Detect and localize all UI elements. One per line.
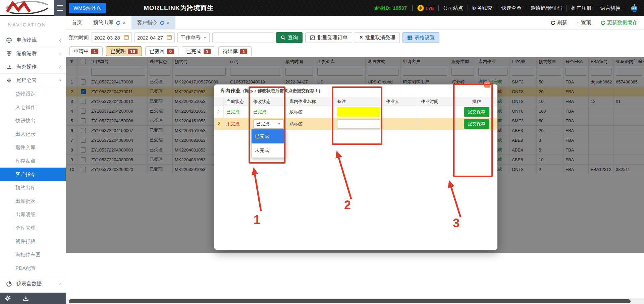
tab-close-icon[interactable]: ×	[123, 20, 126, 25]
worker	[383, 106, 418, 118]
refresh-icon	[550, 20, 555, 25]
tab-refresh-icon[interactable]	[160, 20, 164, 25]
sidebar-footer	[0, 293, 66, 304]
package-icon	[6, 77, 12, 83]
sidebar-item[interactable]: 货物跟踪	[0, 87, 66, 101]
status-tab[interactable]: 已完成 1	[182, 46, 215, 56]
tab-actions: 刷新 ↑ 置顶 更新数据缓存	[550, 16, 644, 29]
sidebar-item[interactable]: 出库批次	[0, 194, 66, 208]
search-button[interactable]: 查询	[276, 32, 303, 43]
status-tab[interactable]: 申请中 1	[69, 46, 103, 56]
sidebar-group-label: 海外操作	[16, 64, 37, 70]
sidebar-group-warehouse[interactable]: 尾程仓管 ‹	[0, 74, 66, 87]
modal-row-number: 1	[214, 106, 224, 118]
status-tab[interactable]: 已驳回 0	[145, 46, 178, 56]
sidebar-item[interactable]: 退件入库	[0, 141, 66, 154]
job-name: 贴标签	[287, 118, 334, 130]
modal-column-header: 当前状态	[224, 97, 251, 106]
tab-close-icon[interactable]: ×	[167, 20, 170, 25]
menu-item[interactable]: 财务账套	[468, 5, 497, 11]
settings-gear-icon[interactable]	[5, 295, 11, 301]
sidebar-item[interactable]: 快进快出	[0, 114, 66, 127]
update-cache-button[interactable]: 更新数据缓存	[600, 19, 637, 26]
company-id-label: 企业ID:	[374, 5, 391, 11]
tabs: 首页 预约出库 × 客户指令 ×	[66, 16, 175, 29]
batch-cancel-button[interactable]: × 批量取消受理	[355, 32, 400, 43]
pin-top-button[interactable]: ↑ 置顶	[577, 19, 591, 26]
search-field-select[interactable]: 工作单号 ▼	[177, 32, 210, 43]
note-input[interactable]	[337, 119, 380, 129]
sidebar-subitems: 货物跟踪入仓操作快进快出出入记录退件入库库存盘点客户指令预约出库出库批次出库明细…	[0, 87, 66, 275]
sidebar-item[interactable]: 海柜停车图	[0, 248, 66, 261]
chevron-left-icon: ‹	[59, 51, 61, 56]
sidebar-item[interactable]: 仓库管理	[0, 221, 66, 235]
menu-item[interactable]: 公司站点	[439, 5, 468, 11]
notification-count: 176	[425, 5, 434, 11]
status-tab[interactable]: 已受理 10	[106, 46, 142, 56]
sidebar-group-ecommerce[interactable]: 电商物流 ‹	[0, 34, 66, 47]
worker	[383, 118, 418, 130]
job-time	[418, 106, 456, 118]
submit-save-button[interactable]: 提交保存	[464, 119, 489, 129]
sidebar: NAVIGATION 电商物流 ‹ 港前港后 ‹ 海外操作 ‹	[0, 16, 66, 304]
modal-header-row: 当前状态 修改状态 库内作业名称 备注 作业人 作业时间 操作	[214, 97, 497, 106]
scrollbar-thumb[interactable]	[69, 299, 631, 303]
cubes-icon	[6, 51, 12, 57]
menu-item[interactable]: 快速查单	[497, 5, 526, 11]
tab-label: 首页	[72, 19, 82, 26]
sidebar-item[interactable]: 预约出库	[0, 181, 66, 194]
pie-chart-icon	[6, 281, 12, 287]
dropdown-option[interactable]: 未完成	[252, 143, 285, 158]
menu-item[interactable]: 邀请码/验证码	[526, 5, 567, 11]
notification-button[interactable]: 176	[413, 5, 438, 11]
dropdown-option[interactable]: 已完成	[252, 129, 285, 143]
calendar-icon[interactable]	[124, 35, 129, 41]
ship-icon	[6, 64, 12, 70]
calendar-icon[interactable]	[167, 35, 172, 41]
sidebar-group-dashboard[interactable]: 仪表盘数据 ‹	[0, 277, 66, 290]
tab-bar: 首页 预约出库 × 客户指令 × 刷新	[66, 16, 644, 29]
date-from-input[interactable]: 2022-03-28	[92, 32, 132, 43]
sidebar-item[interactable]: 库存盘点	[0, 154, 66, 168]
sidebar-item[interactable]: 客户指令	[0, 168, 66, 181]
sidebar-item[interactable]: PDA配置	[0, 261, 66, 275]
sidebar-item[interactable]: 留件打板	[0, 235, 66, 248]
tab[interactable]: 预约出库 ×	[88, 16, 131, 29]
wms-app-button[interactable]: WMS海外仓	[69, 3, 106, 13]
sidebar-item[interactable]: 出库明细	[0, 208, 66, 221]
status-tab-label: 已完成	[186, 48, 201, 55]
tab[interactable]: 首页	[66, 16, 88, 29]
status-tab[interactable]: 待出库 1	[218, 46, 252, 56]
modify-status-select[interactable]: 已完成 ▼	[253, 119, 284, 129]
sidebar-item[interactable]: 出入记录	[0, 127, 66, 141]
toolbar: 预约时间 2022-03-28 2022-04-27 工作单号 ▼ 查询 批量受…	[66, 29, 644, 46]
refresh-button[interactable]: 刷新	[550, 19, 567, 26]
assistant-robot-icon[interactable]	[625, 4, 641, 12]
modal-column-header: 操作	[456, 97, 497, 106]
menu-item[interactable]: 语言切换	[596, 5, 625, 11]
status-tab-label: 已受理	[110, 48, 125, 55]
globe-icon	[6, 37, 12, 43]
search-input[interactable]	[212, 32, 273, 43]
sidebar-item[interactable]: 入仓操作	[0, 101, 66, 114]
tab-refresh-icon[interactable]	[116, 20, 120, 25]
download-icon[interactable]	[23, 295, 29, 301]
date-to-input[interactable]: 2022-04-27	[135, 32, 175, 43]
submit-save-button[interactable]: 提交保存	[464, 107, 489, 117]
tab[interactable]: 客户指令 ×	[131, 16, 175, 29]
table-settings-button[interactable]: 表格设置	[402, 32, 439, 43]
sidebar-group-overseas[interactable]: 海外操作 ‹	[0, 60, 66, 74]
modal-close-icon[interactable]: ×	[484, 81, 490, 87]
refresh-icon	[600, 20, 605, 25]
tab-label: 客户指令	[137, 19, 157, 26]
batch-accept-button[interactable]: 批量受理订单	[305, 32, 352, 43]
hamburger-menu-icon[interactable]	[54, 0, 66, 16]
note-input[interactable]	[337, 107, 380, 117]
modal-column-header: 备注	[334, 97, 383, 106]
chevron-left-icon: ‹	[59, 64, 61, 70]
menu-item[interactable]: 推广注册	[567, 5, 596, 11]
sidebar-group-port[interactable]: 港前港后 ‹	[0, 47, 66, 60]
modal-hint: (提示：修改状态后需要点击提交保存！)	[243, 88, 320, 94]
modal-row: 2 未完成 已完成 ▼ 贴标签 提交保存	[214, 118, 497, 130]
status-badge: 10	[128, 49, 137, 54]
